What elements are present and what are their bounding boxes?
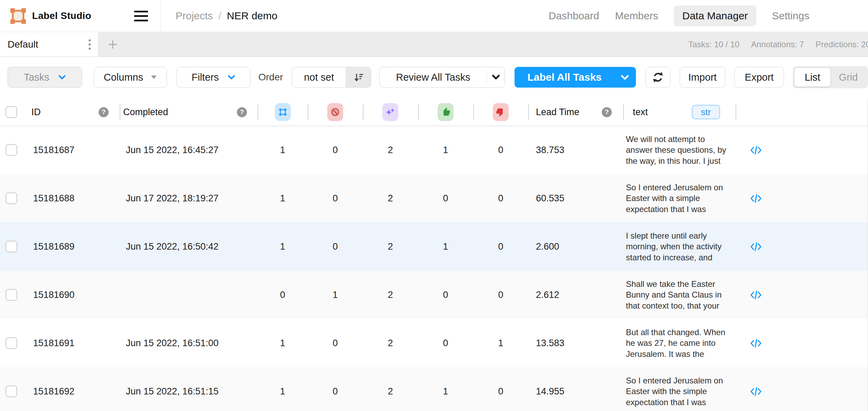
filters-dropdown[interactable]: Filters	[177, 67, 250, 88]
breadcrumb-separator: /	[218, 10, 221, 22]
tasks-dropdown[interactable]: Tasks	[8, 67, 82, 88]
import-button-label: Import	[688, 72, 717, 83]
cancelled-count: 0	[332, 193, 338, 204]
code-icon	[750, 290, 762, 300]
table-row[interactable]: 15181689 Jun 15 2022, 16:50:42 1 0 2 1 0…	[0, 222, 868, 271]
table-row[interactable]: 15181690 0 1 2 0 0 2.612 Shall we take t…	[0, 271, 868, 319]
tasks-dropdown-label: Tasks	[24, 72, 49, 83]
annotations-count: 1	[280, 241, 285, 252]
chevron-down-icon	[58, 75, 66, 80]
sort-descending-icon	[353, 72, 364, 83]
label-all-tasks-button[interactable]: Label All Tasks	[515, 67, 636, 88]
rejected-count: 0	[498, 241, 503, 252]
hamburger-menu-icon[interactable]	[134, 11, 148, 21]
table-row[interactable]: 15181687 Jun 15 2022, 16:45:27 1 0 2 1 0…	[0, 126, 868, 174]
stat-tasks: Tasks: 10 / 10	[688, 40, 739, 49]
cancelled-count: 1	[332, 290, 338, 300]
breadcrumb-projects[interactable]: Projects	[176, 10, 213, 22]
header-rejected-column	[473, 99, 528, 126]
annotations-count: 1	[280, 145, 285, 156]
help-icon[interactable]: ?	[237, 107, 247, 117]
cancelled-count: 0	[332, 386, 338, 397]
table-row[interactable]: 15181692 Jun 15 2022, 16:51:15 1 0 2 1 0…	[0, 367, 868, 411]
header-completed-label[interactable]: Completed	[123, 107, 168, 118]
table-row[interactable]: 15181688 Jun 17 2022, 18:19:27 1 0 2 0 0…	[0, 174, 868, 222]
import-button[interactable]: Import	[680, 67, 725, 88]
thumbs-down-icon[interactable]	[493, 103, 509, 121]
nav-members[interactable]: Members	[615, 10, 658, 22]
table-row[interactable]: 15181691 Jun 15 2022, 16:51:00 1 0 2 0 1…	[0, 319, 868, 367]
review-dropdown-caret[interactable]	[487, 71, 505, 83]
task-text-snippet: But all that changed. Whenhe was 27, he …	[626, 327, 725, 360]
help-icon[interactable]: ?	[99, 107, 109, 117]
nav-dashboard[interactable]: Dashboard	[549, 10, 599, 22]
task-completed-date: Jun 15 2022, 16:51:15	[126, 386, 219, 397]
columns-dropdown[interactable]: Columns	[94, 67, 167, 88]
rejected-count: 0	[498, 145, 503, 156]
header-lead-time-label[interactable]: Lead Time	[536, 107, 579, 118]
export-button[interactable]: Export	[735, 67, 784, 88]
header-text-label[interactable]: text	[633, 107, 648, 118]
header-cancelled-column	[308, 99, 363, 126]
header-id-label[interactable]: ID	[31, 107, 41, 118]
row-checkbox[interactable]	[6, 192, 17, 204]
label-all-dropdown-caret[interactable]	[614, 75, 636, 80]
predictions-count: 2	[388, 386, 393, 397]
nav-data-manager[interactable]: Data Manager	[674, 6, 756, 26]
row-checkbox[interactable]	[6, 144, 17, 156]
nav-settings[interactable]: Settings	[772, 10, 809, 22]
top-header: Label Studio Projects / NER demo Dashboa…	[0, 0, 868, 32]
order-dropdown[interactable]: not set	[292, 67, 371, 88]
tab-stats: Tasks: 10 / 10 Annotations: 7 Prediction…	[0, 32, 868, 57]
task-text-snippet: Shall we take the EasterBunny and Santa …	[626, 279, 722, 311]
annotations-count: 1	[280, 338, 285, 349]
sort-direction-button[interactable]	[346, 67, 371, 87]
task-completed-date: Jun 15 2022, 16:51:00	[126, 338, 219, 349]
refresh-icon	[651, 71, 665, 84]
predictions-count: 2	[388, 290, 393, 300]
view-toggle-grid[interactable]: Grid	[830, 68, 866, 87]
predictions-count: 2	[388, 241, 393, 252]
order-label: Order	[258, 72, 283, 83]
row-checkbox[interactable]	[6, 289, 17, 301]
accepted-count: 1	[443, 145, 448, 156]
toolbar: Tasks Columns Filters Order not set Revi…	[0, 57, 868, 99]
export-button-label: Export	[745, 72, 774, 83]
refresh-button[interactable]	[646, 67, 670, 88]
review-all-tasks-dropdown[interactable]: Review All Tasks	[379, 67, 505, 88]
view-toggle: List Grid	[793, 66, 868, 88]
predictions-count: 2	[388, 145, 393, 156]
brand-area: Label Studio	[0, 0, 161, 32]
header-completed-column: Completed ?	[120, 99, 258, 126]
help-icon[interactable]: ?	[602, 107, 612, 117]
stat-predictions: Predictions: 20	[816, 40, 868, 49]
annotations-count: 1	[280, 193, 285, 204]
task-text-snippet: We will not attempt toanswer these quest…	[626, 134, 726, 167]
lead-time-value: 38.753	[536, 145, 565, 156]
header-trailing-column	[736, 99, 868, 126]
tab-strip: Default Tasks: 10 / 10 Annotations: 7 Pr…	[0, 32, 868, 57]
cancelled-annotations-icon[interactable]	[327, 103, 343, 121]
code-icon	[750, 386, 762, 397]
code-icon	[750, 193, 762, 204]
code-icon	[750, 338, 762, 349]
predictions-icon[interactable]	[382, 103, 398, 121]
task-id: 15181690	[33, 290, 74, 300]
view-toggle-list[interactable]: List	[795, 68, 830, 87]
task-id: 15181689	[33, 241, 74, 252]
cancelled-count: 0	[332, 338, 338, 349]
cancelled-count: 0	[332, 145, 338, 156]
row-checkbox[interactable]	[6, 337, 17, 349]
task-text-snippet: So I entered Jerusalem onEaster with a s…	[626, 182, 723, 215]
select-all-checkbox[interactable]	[6, 106, 17, 118]
task-completed-date: Jun 17 2022, 18:19:27	[126, 193, 219, 204]
app-title: Label Studio	[32, 10, 91, 21]
thumbs-up-icon[interactable]	[438, 103, 453, 121]
tasks-table: ID ? Completed ?	[0, 99, 868, 411]
annotations-icon[interactable]	[275, 103, 291, 121]
header-accepted-column	[418, 99, 473, 126]
row-checkbox[interactable]	[6, 385, 17, 397]
breadcrumb: Projects / NER demo	[176, 10, 277, 22]
row-checkbox[interactable]	[6, 241, 17, 252]
rejected-count: 0	[498, 193, 503, 204]
